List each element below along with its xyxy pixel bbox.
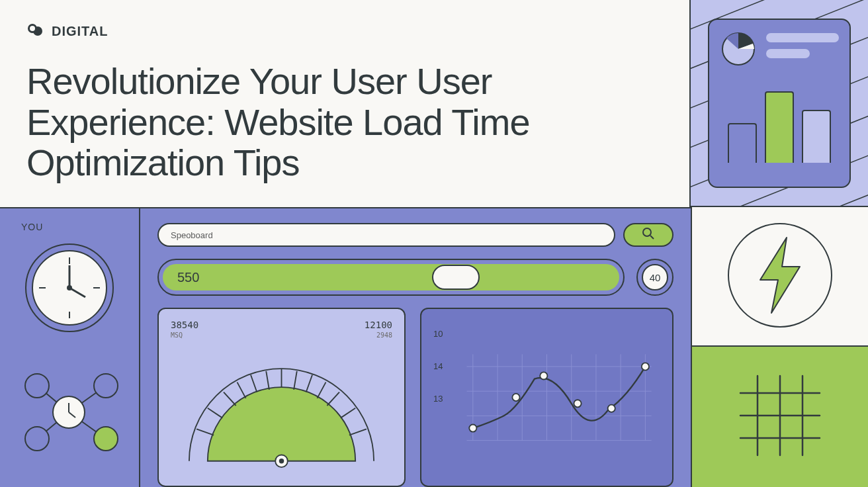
grid-icon <box>734 369 826 465</box>
svg-point-26 <box>94 374 118 398</box>
clock-icon <box>21 239 118 337</box>
svg-line-32 <box>650 236 654 239</box>
slider[interactable]: 550 <box>157 259 625 296</box>
pie-chart-icon <box>720 30 757 67</box>
brand-name: DIGITAL <box>52 24 108 39</box>
gauge-tl: 38540 <box>171 320 198 330</box>
header: DIGITAL Revolutionize Your User User Exp… <box>0 0 691 207</box>
brand: DIGITAL <box>26 21 663 41</box>
search-input[interactable]: Speoboard <box>157 223 615 247</box>
svg-point-25 <box>25 427 49 451</box>
svg-line-42 <box>266 371 269 390</box>
svg-line-34 <box>224 392 236 406</box>
svg-point-60 <box>469 424 476 431</box>
svg-line-39 <box>306 375 312 392</box>
svg-line-35 <box>327 392 339 406</box>
slider-value: 550 <box>177 270 199 285</box>
svg-line-45 <box>317 382 326 398</box>
svg-point-63 <box>574 400 581 407</box>
svg-point-31 <box>643 228 651 236</box>
svg-point-2 <box>30 26 35 31</box>
svg-line-37 <box>349 429 367 435</box>
page-title: Revolutionize Your User User Experience:… <box>26 61 663 183</box>
svg-line-38 <box>251 375 257 392</box>
gauge-br: 2948 <box>376 332 392 339</box>
svg-point-62 <box>540 372 547 379</box>
slider-side-value: 40 <box>636 259 673 296</box>
svg-line-36 <box>196 429 214 435</box>
gauge-panel: 38540 12100 MSQ 2948 <box>157 308 406 487</box>
svg-line-44 <box>238 382 246 398</box>
lightning-icon <box>724 219 836 334</box>
svg-line-43 <box>294 371 297 390</box>
svg-point-24 <box>25 374 49 398</box>
brand-logo-icon <box>26 21 44 41</box>
you-panel: YOU <box>0 208 140 487</box>
svg-line-41 <box>341 408 355 418</box>
chart-y-axis: 10 14 13 <box>433 329 443 404</box>
bolt-tile <box>691 207 868 347</box>
search-placeholder: Speoboard <box>171 230 213 240</box>
gauge-tr: 12100 <box>365 320 392 330</box>
slider-thumb[interactable] <box>432 265 480 290</box>
svg-point-64 <box>608 405 615 412</box>
svg-point-27 <box>94 427 118 451</box>
grid-tile <box>691 347 868 487</box>
analytics-tile <box>691 0 868 207</box>
line-chart-icon <box>436 320 658 475</box>
you-label: YOU <box>21 222 43 232</box>
svg-point-19 <box>67 285 72 290</box>
search-button[interactable] <box>623 223 673 247</box>
svg-point-47 <box>279 459 284 463</box>
svg-line-40 <box>208 408 222 418</box>
line-chart-panel: 10 14 13 <box>420 308 673 487</box>
gauge-bl: MSQ <box>171 332 183 339</box>
svg-point-61 <box>512 394 519 401</box>
dashboard: Speoboard 550 <box>140 208 691 487</box>
gauge-icon <box>171 343 392 468</box>
svg-point-65 <box>642 363 649 370</box>
analytics-card <box>708 19 851 188</box>
card-lines <box>766 33 839 58</box>
search-icon <box>642 227 655 243</box>
card-bars <box>720 83 839 163</box>
network-icon <box>13 366 126 459</box>
